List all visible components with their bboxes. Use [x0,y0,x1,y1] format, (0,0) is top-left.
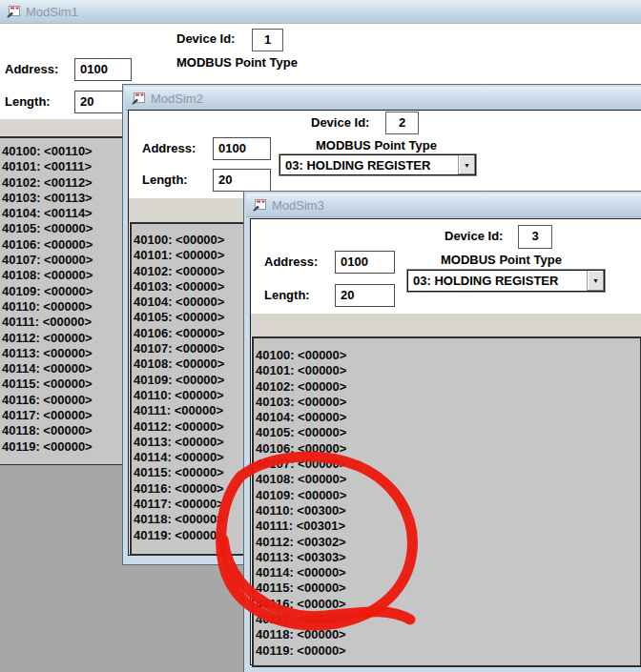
modsim-icon [252,198,266,212]
device-id-field[interactable]: 3 [518,225,552,249]
register-row[interactable]: 40105: <00000> [254,425,640,440]
modsim1-titlebar[interactable]: ModSim1 [0,0,641,24]
point-type-value: 03: HOLDING REGISTER [285,158,430,173]
register-row[interactable]: 40110: <00000> [0,299,122,315]
register-row[interactable]: 40117: <00000> [0,408,122,423]
modsim-icon [6,5,20,18]
device-id-field[interactable]: 1 [252,29,283,51]
point-type-label: MODBUS Point Type [316,138,437,153]
address-label: Address: [264,255,318,269]
register-row[interactable]: 40115: <00000> [0,377,122,392]
address-label: Address: [142,141,196,155]
register-row[interactable]: 40110: <00300> [254,503,640,519]
toolbar-band [251,314,641,336]
register-row[interactable]: 40116: <00000> [0,393,122,408]
register-row[interactable]: 40102: <00000> [254,379,640,395]
chevron-down-icon[interactable]: ▼ [458,155,475,174]
toolbar-band [0,119,125,137]
register-row[interactable]: 40103: <00113> [0,191,122,206]
register-row[interactable]: 40111: <00301> [254,519,640,534]
window-title: ModSim3 [272,198,324,213]
register-row[interactable]: 40115: <00000> [254,580,640,596]
modsim3-titlebar[interactable]: ModSim3 [246,193,641,217]
register-row[interactable]: 40101: <00111> [0,159,122,174]
length-label: Length: [5,94,51,109]
register-row[interactable]: 40107: <00000> [254,457,640,472]
register-row[interactable]: 40111: <00000> [0,315,122,330]
length-label: Length: [142,173,188,187]
point-type-select[interactable]: 03: HOLDING REGISTER ▼ [279,154,476,175]
address-field[interactable]: 0100 [335,251,395,274]
register-row[interactable]: 40118: <00000> [0,423,122,438]
register-row[interactable]: 40119: <00000> [0,439,122,455]
register-row[interactable]: 40106: <00000> [0,237,122,253]
register-row[interactable]: 40108: <00000> [254,472,640,487]
device-id-label: Device Id: [311,115,369,130]
window-modsim3: ModSim3 Device Id: 3 Address: 0100 MODBU… [243,191,641,672]
point-type-value: 03: HOLDING REGISTER [413,274,558,288]
register-row[interactable]: 40112: <00000> [0,331,122,346]
register-list-modsim3[interactable]: 40100: <00000>40101: <00000>40102: <0000… [252,336,641,667]
register-row[interactable]: 40114: <00000> [0,361,122,377]
register-row[interactable]: 40104: <00000> [254,410,640,425]
device-id-label: Device Id: [176,31,235,46]
length-field[interactable]: 20 [335,284,395,307]
chevron-down-icon[interactable]: ▼ [587,271,604,291]
register-row[interactable]: 40107: <00000> [0,253,122,268]
address-field[interactable]: 0100 [74,58,132,81]
modsim3-content: Device Id: 3 Address: 0100 MODBUS Point … [250,218,641,665]
register-list-modsim1[interactable]: 40100: <00110>40101: <00111>40102: <0011… [0,136,124,464]
register-row[interactable]: 40118: <00000> [254,627,640,642]
register-row[interactable]: 40119: <00000> [254,643,640,659]
device-id-field[interactable]: 2 [385,112,419,134]
modsim2-titlebar[interactable]: ModSim2 [125,87,641,111]
register-row[interactable]: 40102: <00112> [0,175,122,191]
register-row[interactable]: 40104: <00114> [0,206,122,221]
device-id-label: Device Id: [445,229,503,243]
point-type-label: MODBUS Point Type [176,55,298,70]
register-row[interactable]: 40112: <00302> [254,535,640,550]
register-row[interactable]: 40100: <00000> [254,348,640,363]
point-type-select[interactable]: 03: HOLDING REGISTER ▼ [407,270,605,292]
window-title: ModSim1 [26,5,78,19]
register-row[interactable]: 40101: <00000> [254,363,640,378]
window-title: ModSim2 [151,92,203,106]
length-field[interactable]: 20 [213,169,271,192]
register-row[interactable]: 40109: <00000> [254,488,640,503]
length-label: Length: [264,288,310,302]
address-field[interactable]: 0100 [213,137,271,160]
address-label: Address: [5,62,58,76]
register-row[interactable]: 40113: <00303> [254,550,640,565]
register-row[interactable]: 40117: <00000> [254,612,640,627]
register-row[interactable]: 40106: <00000> [254,441,640,457]
modsim-app: e Connection Display Window Help ModSim1… [0,0,641,672]
register-row[interactable]: 40105: <00000> [0,221,122,236]
register-row[interactable]: 40114: <00000> [254,565,640,580]
modsim-icon [131,92,145,105]
point-type-label: MODBUS Point Type [441,253,562,267]
register-row[interactable]: 40109: <00000> [0,284,122,299]
register-row[interactable]: 40103: <00000> [254,395,640,410]
register-row[interactable]: 40116: <00000> [254,597,640,612]
register-row[interactable]: 40100: <00110> [0,144,122,159]
register-row[interactable]: 40108: <00000> [0,268,122,283]
register-row[interactable]: 40113: <00000> [0,346,122,361]
